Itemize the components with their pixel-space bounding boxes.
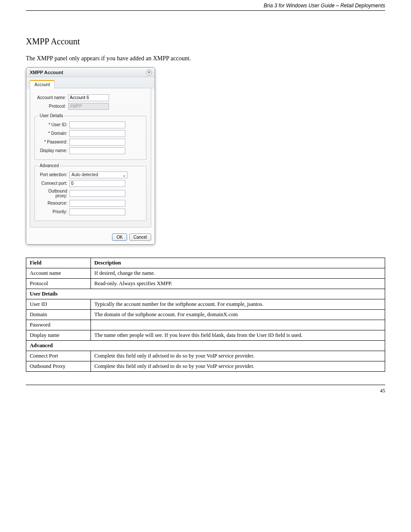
cell-field: Account name — [26, 268, 91, 278]
tab-strip: Account — [26, 77, 155, 88]
password-input[interactable] — [69, 139, 125, 146]
cancel-button[interactable]: Cancel — [129, 233, 151, 241]
table-row: Outbound Proxy Complete this field only … — [26, 361, 385, 371]
table-row: Account name If desired, change the name… — [26, 268, 385, 278]
th-description: Description — [91, 258, 385, 268]
advanced-fieldset: Advanced Port selection: Auto detected ⌄… — [34, 166, 146, 221]
connect-port-label: Connect port: — [36, 181, 69, 186]
user-id-input[interactable] — [69, 121, 125, 128]
table-row: Domain The domain of the softphone accou… — [26, 309, 385, 320]
cell-desc — [91, 320, 385, 330]
cell-field: Connect Port — [26, 351, 91, 361]
tab-account[interactable]: Account — [30, 80, 55, 88]
outbound-proxy-label: Outbound proxy: — [36, 189, 69, 198]
intro-text: The XMPP panel only appears if you have … — [26, 54, 385, 63]
cell-desc: Complete this field only if advised to d… — [91, 361, 385, 371]
page-header-right: Bria 3 for Windows User Guide – Retail D… — [0, 0, 411, 10]
advanced-legend: Advanced — [38, 163, 60, 168]
password-label: * Password: — [36, 140, 69, 144]
resource-input[interactable] — [69, 200, 125, 207]
page-number: 45 — [380, 388, 385, 394]
field-description-table: Field Description Account name If desire… — [26, 258, 385, 372]
protocol-label: Protocol: — [34, 104, 68, 109]
cell-field: Protocol — [26, 278, 91, 289]
dialog-titlebar: XMPP Account ✕ — [26, 68, 155, 77]
table-section-advanced: Advanced — [26, 340, 385, 351]
section-cell: Advanced — [26, 340, 385, 351]
cell-desc: Read-only. Always specifies XMPP. — [91, 278, 385, 289]
cell-desc: If desired, change the name. — [91, 268, 385, 278]
section-cell: User Details — [26, 289, 385, 299]
cell-field: Outbound Proxy — [26, 361, 91, 371]
table-row: Display name The name other people will … — [26, 330, 385, 340]
account-name-label: Account name: — [34, 95, 68, 100]
cell-desc: Typically the account number for the sof… — [91, 299, 385, 309]
close-icon[interactable]: ✕ — [146, 69, 152, 75]
user-details-fieldset: User Details * User ID: * Domain: * Pass… — [34, 116, 146, 160]
cell-desc: Complete this field only if advised to d… — [91, 351, 385, 361]
priority-label: Priority: — [36, 209, 69, 214]
port-selection-value: Auto detected — [72, 172, 98, 177]
cell-field: Display name — [26, 330, 91, 340]
table-row: Password — [26, 320, 385, 330]
dialog-title: XMPP Account — [30, 70, 63, 75]
domain-input[interactable] — [69, 130, 125, 137]
account-name-input[interactable] — [68, 94, 109, 101]
table-row: Connect Port Complete this field only if… — [26, 351, 385, 361]
cell-field: Password — [26, 320, 91, 330]
cell-field: User ID — [26, 299, 91, 309]
ok-button[interactable]: OK — [112, 233, 127, 241]
protocol-input — [68, 103, 109, 110]
user-details-legend: User Details — [38, 113, 64, 118]
table-row: User ID Typically the account number for… — [26, 299, 385, 309]
table-row: Protocol Read-only. Always specifies XMP… — [26, 278, 385, 289]
dialog-footer: OK Cancel — [26, 231, 155, 244]
section-title: XMPP Account — [26, 37, 385, 47]
dialog-panel: Account name: Protocol: User Details * U… — [30, 88, 151, 227]
display-name-label: Display name: — [36, 148, 69, 153]
resource-label: Resource: — [36, 201, 69, 205]
dialog-screenshot: XMPP Account ✕ Account Account name: Pro… — [26, 67, 385, 245]
display-name-input[interactable] — [69, 147, 125, 154]
cell-desc: The domain of the softphone account. For… — [91, 309, 385, 320]
priority-input[interactable] — [69, 208, 125, 215]
domain-label: * Domain: — [36, 131, 69, 136]
user-id-label: * User ID: — [36, 122, 69, 127]
page-footer: 45 — [0, 385, 411, 403]
outbound-proxy-input[interactable] — [69, 190, 125, 197]
cell-desc: The name other people will see. If you l… — [91, 330, 385, 340]
port-selection-label: Port selection: — [36, 172, 69, 177]
th-field: Field — [26, 258, 91, 268]
chevron-down-icon: ⌄ — [122, 173, 126, 177]
page-body: XMPP Account The XMPP panel only appears… — [0, 11, 411, 385]
connect-port-input[interactable] — [69, 180, 125, 187]
cell-field: Domain — [26, 309, 91, 320]
xmpp-account-dialog: XMPP Account ✕ Account Account name: Pro… — [26, 67, 155, 245]
port-selection-select[interactable]: Auto detected ⌄ — [69, 171, 128, 178]
table-section-user-details: User Details — [26, 289, 385, 299]
